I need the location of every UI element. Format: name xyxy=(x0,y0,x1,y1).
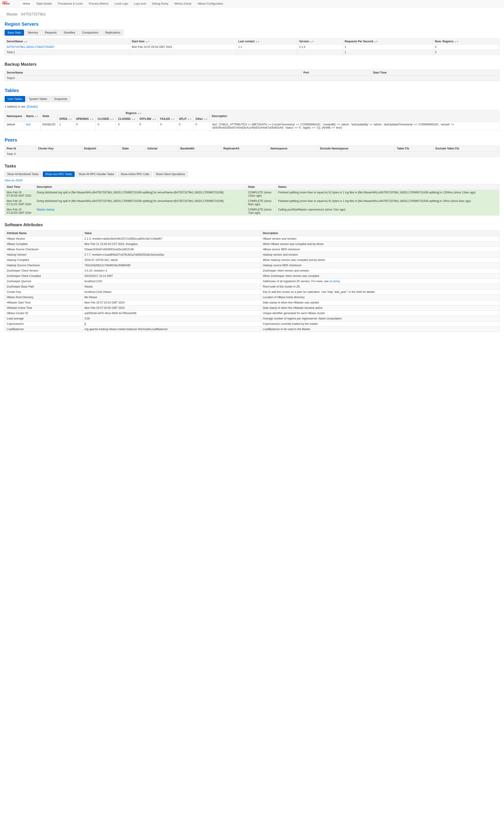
server-name-link[interactable]: 6475573379b1,16020,1708327254587 xyxy=(7,45,55,49)
btn-show-non-rpc-tasks[interactable]: Show non-RPC Tasks xyxy=(43,171,75,177)
task-row: Mon Feb 19 07:20:56 GMT 2024 Doing distr… xyxy=(5,190,499,198)
tab-replications[interactable]: Replications xyxy=(102,30,123,36)
nav-home[interactable]: Home xyxy=(20,0,33,7)
col-closed: CLOSED ▲▼ xyxy=(96,116,116,122)
cell-attr-name: Coprocessors xyxy=(5,321,83,327)
tables-details-link[interactable]: [Details] xyxy=(27,105,38,108)
cell-attr-value: 2.1.3, revision=da5ec9e4c06c537213883cca… xyxy=(83,236,261,241)
tab-snapshots[interactable]: Snapshots xyxy=(51,96,70,102)
col-endpoint: Endpoint xyxy=(82,146,120,151)
backup-masters-section: Backup Masters ServerName Port Start Tim… xyxy=(5,62,499,81)
nav-table-details[interactable]: Table Details xyxy=(33,0,55,7)
col-bm-port: Port xyxy=(301,70,371,76)
col-last-contact: Last contact ▲▼ xyxy=(236,39,297,44)
backup-masters-table: ServerName Port Start Time Total:0 xyxy=(5,70,499,81)
nav-hbase-config[interactable]: HBase Configuration xyxy=(194,0,226,7)
btn-show-active-rpc-calls[interactable]: Show Active RPC Calls xyxy=(118,171,152,177)
tab-storefiles[interactable]: Storefiles xyxy=(61,30,78,36)
cell-attr-value: 2.7.7, revision=c1aad84bd27cd79c3d1a7dd5… xyxy=(83,252,261,257)
cell-attr-value: 3.4.10, revision=-1 xyxy=(83,268,261,273)
cell-table-name: test xyxy=(24,122,40,130)
nav-debug-dump[interactable]: Debug Dump xyxy=(149,0,172,7)
cell-attr-value: 3.00 xyxy=(83,316,261,321)
tab-compactions[interactable]: Compactions xyxy=(79,30,101,36)
list-item: Load average3.00Average number of region… xyxy=(5,316,499,321)
nav-procedures-locks[interactable]: Procedures & Locks xyxy=(55,0,86,7)
col-failed: FAILED ▲▼ xyxy=(158,116,177,122)
col-server-name: ServerName ▲▼ xyxy=(5,39,130,44)
tab-memory[interactable]: Memory xyxy=(25,30,41,36)
cell-last-contact: 1 s xyxy=(236,44,297,50)
btn-show-client-ops[interactable]: Show Client Operations xyxy=(153,171,187,177)
cell-attr-value: file:/hbase xyxy=(83,295,261,300)
cell-attr-description: HBase version and revision xyxy=(261,236,499,241)
col-opening: OPENING ▲▼ xyxy=(74,116,96,122)
cell-table-state: ENABLED xyxy=(40,122,57,130)
navbar: APACHE HBase Home Table Details Procedur… xyxy=(0,0,504,7)
total-row: Total:1 1 3 xyxy=(5,50,499,55)
col-attr-value: Value xyxy=(83,230,261,236)
task-row: Mon Feb 19 07:21:01 GMT 2024 Doing distr… xyxy=(5,198,499,207)
cell-attr-description: Addresses of all registered ZK servers. … xyxy=(261,279,499,284)
col-exclude-table-cfs: Exclude Table Cfs xyxy=(433,146,499,151)
list-item: ZooKeeper Client Version3.4.10, revision… xyxy=(5,268,499,273)
list-item: Cluster Keylocalhost:2181:/hbaseKey to a… xyxy=(5,289,499,295)
cell-attr-value: Mon Feb 19 07:20:53 GMT 2024 xyxy=(83,300,261,305)
software-attributes-section: Software Attributes Attribute Name Value… xyxy=(5,222,499,332)
tab-requests[interactable]: Requests xyxy=(42,30,60,36)
region-servers-heading: Region Servers xyxy=(5,22,499,27)
cell-closed: 0 xyxy=(96,122,116,130)
col-start-time: Start time ▲▼ xyxy=(130,39,236,44)
cell-task-desc-1: Doing distributed log split in [file:/hb… xyxy=(35,198,246,207)
software-attributes-heading: Software Attributes xyxy=(5,222,499,227)
cell-attr-description: Hadoop version and revision xyxy=(261,252,499,257)
cell-attr-description: Root node of this cluster in ZK. xyxy=(261,284,499,289)
btn-show-monitored-tasks[interactable]: Show All Monitored Tasks xyxy=(5,171,41,177)
cell-attr-description: LoadBalancer to be used in the Master xyxy=(261,327,499,332)
col-split: SPLIT ▲▼ xyxy=(177,116,194,122)
table-row: default test ENABLED 1 0 0 0 0 0 0 0 'te… xyxy=(5,122,499,130)
tab-base-stats[interactable]: Base Stats xyxy=(5,30,24,36)
list-item: HMaster Start TimeMon Feb 19 07:20:53 GM… xyxy=(5,300,499,305)
cell-attr-name: LoadBalancer xyxy=(5,327,83,332)
list-item: ZooKeeper Base Path/hbaseRoot node of th… xyxy=(5,284,499,289)
list-item: ZooKeeper Client Compiled03/23/2017 10:1… xyxy=(5,273,499,279)
nav-process-metrics[interactable]: Process Metrics xyxy=(86,0,111,7)
list-item: ZooKeeper Quorumlocalhost:2181Addresses … xyxy=(5,279,499,284)
cell-attr-name: Hadoop Source Checksum xyxy=(5,263,83,268)
nav-metrics-dump[interactable]: Metrics Dump xyxy=(171,0,194,7)
cell-task-status-1: Finished splitting (more than or equal t… xyxy=(276,198,499,207)
cell-peers-total: Total: 0 xyxy=(5,151,499,157)
tasks-buttons: Show All Monitored Tasks Show non-RPC Ta… xyxy=(5,171,499,177)
zk-dump-link[interactable]: zk dump. xyxy=(329,280,341,283)
cell-num-regions: 3 xyxy=(433,44,499,50)
tab-user-tables[interactable]: User Tables xyxy=(5,96,25,102)
tasks-heading: Tasks xyxy=(5,164,499,169)
table-name-link[interactable]: test xyxy=(26,123,31,126)
cell-table-description: 'test', {TABLE_ATTRIBUTES => {METADATA =… xyxy=(210,122,499,130)
tab-system-tables[interactable]: System Tables xyxy=(26,96,50,102)
col-replicate-all: ReplicateAll xyxy=(221,146,269,151)
btn-show-all-rpc-tasks[interactable]: Show All RPC Handler Tasks xyxy=(76,171,117,177)
col-closing: CLOSING ▲▼ xyxy=(116,116,138,122)
nav-menu: Home Table Details Procedures & Locks Pr… xyxy=(20,0,226,7)
region-servers-tabs: Base Stats Memory Requests Storefiles Co… xyxy=(5,30,499,36)
col-cluster-key: Cluster Key xyxy=(36,146,82,151)
cell-attr-name: ZooKeeper Base Path xyxy=(5,284,83,289)
cell-attr-name: Hadoop Compiled xyxy=(5,257,83,263)
master-startup-link[interactable]: Master startup xyxy=(37,208,55,211)
nav-log-level[interactable]: Log Level xyxy=(131,0,149,7)
main-content: Master 6475573379b1 Region Servers Base … xyxy=(0,7,504,342)
col-description: Description xyxy=(35,184,246,190)
cell-attr-value: 03/23/2017 10:13 GMT xyxy=(83,273,261,279)
cell-attr-value: 792e15d20b12c74bd6f19a1fb886490 xyxy=(83,263,261,268)
cell-open: 1 xyxy=(57,122,74,130)
backup-masters-heading: Backup Masters xyxy=(5,62,499,67)
cell-task-state-2: COMPLETE (since 7sec ago) xyxy=(246,207,276,216)
peers-total-row: Total: 0 xyxy=(5,151,499,157)
nav-local-logs[interactable]: Local Logs xyxy=(111,0,131,7)
cell-attr-value: 02aae2432e67a5635631ed3e1d815156 xyxy=(83,247,261,252)
cell-attr-value: org.apache.hadoop.hbase.master.balancer.… xyxy=(83,327,261,332)
cell-attr-name: HBase Root Directory xyxy=(5,295,83,300)
view-as-json-link[interactable]: View as JSON xyxy=(5,179,499,182)
